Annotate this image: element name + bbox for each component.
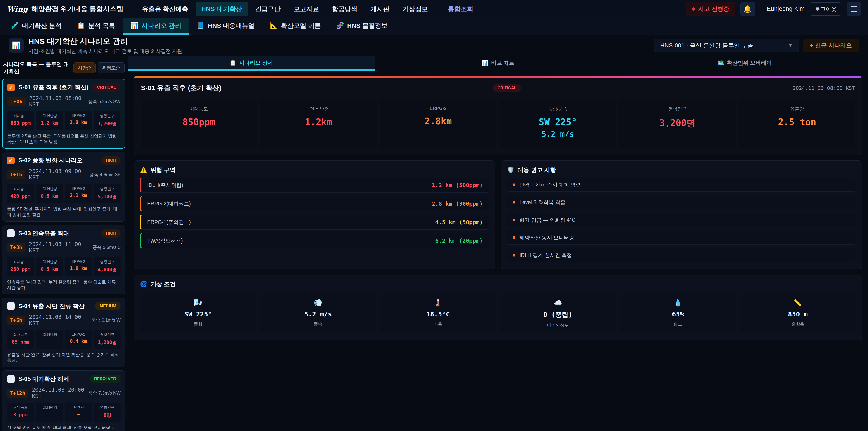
severity-badge: RESOLVED — [90, 375, 121, 383]
nav-item-hns-diffusion[interactable]: HNS·대기확산 — [195, 2, 248, 17]
stat-idlh-radius: IDLH반경 1.2 km — [36, 111, 63, 130]
scenario-checkbox[interactable] — [7, 375, 15, 383]
tab-diffusion-analysis[interactable]: 🧪 대기확산 분석 — [3, 18, 69, 35]
scenario-title: S-05 대기확산 해제 — [18, 375, 69, 383]
incident-status-badge: 사고 진행중 — [686, 2, 735, 16]
weather-panel: 🌀 기상 조건 🌬️ SW 225° 풍향 💨 5.2 m/s 풍속 — [134, 275, 862, 340]
new-scenario-button[interactable]: + 신규 시나리오 — [803, 39, 859, 52]
tab-diffusion-overlay[interactable]: 🗺️ 확산범위 오버레이 — [621, 56, 868, 70]
user-name: Eunjeong Kim — [767, 5, 805, 12]
stat-idlh-radius: IDLH반경 — — [36, 402, 63, 422]
stat-erpg2: ERPG-2 1.8 km — [65, 257, 92, 276]
page-title: HNS 대기확산 시나리오 관리 — [29, 36, 182, 47]
scenario-checkbox[interactable] — [7, 84, 15, 91]
detail-stat-max-concentration: 최대농도 850ppm — [141, 99, 257, 148]
scenario-datetime: 2024.11.03 11:00 KST — [29, 241, 89, 254]
tab-analysis-list[interactable]: 📋 분석 목록 — [69, 18, 123, 35]
severity-badge: MEDIUM — [95, 302, 121, 310]
ruler-icon: 📏 — [740, 299, 856, 307]
page-chart-icon: 📊 — [9, 38, 24, 53]
stat-affected-population: 영향인구 0명 — [94, 402, 121, 422]
nav-item-board[interactable]: 게시판 — [365, 2, 395, 17]
scenario-description: 연속유출 3시간 경과. 누적 유출량 증가. 풍속 감소로 체류 시간 증가. — [7, 279, 121, 291]
nav-item-oil-spill[interactable]: 유출유 확산예측 — [136, 2, 194, 17]
incident-select[interactable]: HNS-001 · 울산 온산항 톨루엔 누출 ▼ — [654, 39, 799, 52]
gradient-accent-bar — [134, 76, 862, 78]
scenario-card-s01[interactable]: S-01 유출 직후 (초기 확산) CRITICAL T+0h 2024.11… — [2, 79, 125, 149]
app-title: 해양환경 위기대응 통합시스템 — [31, 4, 123, 13]
nav-item-weather[interactable]: 기상정보 — [397, 2, 434, 17]
scenario-card-s02[interactable]: S-02 풍향 변화 시나리오 HIGH T+1h 2024.11.03 09:… — [2, 152, 125, 221]
bullet-dot-icon — [513, 254, 515, 256]
scenario-title: S-02 풍향 변화 시나리오 — [18, 156, 83, 164]
tab-comparison-chart[interactable]: 📊 비교 차트 — [375, 56, 621, 70]
scenario-datetime: 2024.11.03 14:00 KST — [29, 314, 88, 327]
scenario-checkbox[interactable] — [7, 302, 15, 310]
clipboard-icon: 📋 — [77, 22, 85, 29]
stat-erpg2: ERPG-2 0.4 km — [65, 330, 92, 349]
sort-by-risk-button[interactable]: 위험도순 — [98, 62, 125, 73]
incident-dot-icon — [692, 7, 695, 11]
droplet-icon: 💧 — [620, 299, 736, 307]
page-subtitle: 시간·조건별 대기확산 예측 시나리오 비교·검토 및 대응 의사결정 지원 — [29, 48, 182, 55]
detail-stat-spill-amount: 유출량 2.5 ton — [739, 99, 855, 148]
stat-affected-population: 영향인구 5,100명 — [94, 184, 121, 203]
detail-stat-affected-population: 영향인구 3,200명 — [619, 99, 735, 148]
scenario-card-s04[interactable]: S-04 유출 차단·잔류 확산 MEDIUM T+6h 2024.11.03 … — [2, 298, 125, 367]
test-tube-icon: 🧪 — [11, 22, 19, 29]
weather-wind-speed: 💨 5.2 m/s 풍속 — [260, 293, 376, 333]
scenario-checkbox[interactable] — [7, 157, 15, 164]
stat-idlh-radius: IDLH반경 0.5 km — [36, 257, 63, 276]
scenario-description: 풍향 SE 전환. 주거지역 방향 확산 확대. 영향인구 증가. 대피 범위 … — [7, 206, 121, 218]
tab-model-theory[interactable]: 📐 확산모델 이론 — [262, 18, 329, 35]
nav-item-integrated-search[interactable]: 통합조회 — [442, 2, 479, 17]
scenario-card-s05[interactable]: S-05 대기확산 해제 RESOLVED T+12h 2024.11.03 2… — [2, 370, 125, 431]
risk-zone-idlh: IDLH(즉시위험) 1.2 km (500ppm) — [140, 178, 489, 192]
triangle-ruler-icon: 📐 — [270, 22, 278, 29]
detail-stat-idlh-radius: IDLH 반경 1.2km — [260, 99, 376, 148]
bullet-dot-icon — [513, 201, 515, 204]
bullet-dot-icon — [513, 183, 515, 186]
menu-button[interactable] — [847, 2, 861, 16]
scenario-checkbox[interactable] — [7, 229, 15, 237]
top-navbar: Wing 해양환경 위기대응 통합시스템 유출유 확산예측 HNS·대기확산 긴… — [0, 0, 868, 18]
risk-zones-panel: ⚠️ 위험 구역 IDLH(즉시위험) 1.2 km (500ppm) ERPG… — [134, 160, 495, 269]
detail-stat-erpg2: ERPG-2 2.8km — [380, 99, 496, 148]
chevron-down-icon: ▼ — [788, 42, 793, 49]
clipboard-icon: 📋 — [229, 60, 236, 66]
logo-wing-icon: Wing — [7, 5, 28, 13]
main-nav: 유출유 확산예측 HNS·대기확산 긴급구난 보고자료 항공탐색 게시판 기상정… — [136, 2, 479, 17]
time-offset-badge: T+0h — [7, 97, 26, 106]
notification-bell-button[interactable]: 🔔 — [740, 2, 755, 16]
stat-idlh-radius: IDLH반경 0.8 km — [36, 184, 63, 203]
logout-button[interactable]: 로그아웃 — [810, 2, 842, 16]
scenario-wind: 풍속 5.2m/s SW — [88, 98, 121, 105]
scenario-detail-card: S-01 유출 직후 (초기 확산) CRITICAL 2024.11.03 0… — [134, 76, 862, 155]
sort-by-time-button[interactable]: 시간순 — [73, 62, 96, 73]
bullet-dot-icon — [513, 219, 515, 221]
navbar-right: 사고 진행중 🔔 Eunjeong Kim 로그아웃 — [686, 2, 861, 16]
divider — [761, 5, 761, 13]
scenario-description: 유출원 차단 완료. 잔류 증기 자연 확산중. 풍속 증가로 희석 촉진. — [7, 352, 121, 363]
divider — [130, 5, 130, 13]
scenario-wind: 풍속 7.3m/s NW — [88, 390, 121, 396]
tab-scenario-detail[interactable]: 📋 시나리오 상세 — [128, 56, 375, 70]
scenario-card-s03[interactable]: S-03 연속유출 확대 HIGH T+3h 2024.11.03 11:00 … — [2, 225, 125, 295]
nav-item-reports[interactable]: 보고자료 — [288, 2, 325, 17]
tab-hns-manual[interactable]: 📘 HNS 대응매뉴얼 — [189, 18, 262, 35]
recommendations-panel: 🛡️ 대응 권고 사항 반경 1.2km 즉시 대피 명령 Level B 화학… — [501, 160, 862, 269]
incident-status-label: 사고 진행중 — [698, 5, 729, 13]
nav-item-rescue[interactable]: 긴급구난 — [249, 2, 286, 17]
detail-stat-wind: 풍향/풍속 SW 225° 5.2 m/s — [500, 99, 616, 148]
stat-max-concentration: 최대농도 280 ppm — [7, 257, 34, 276]
tab-hns-substance-info[interactable]: 🧬 HNS 물질정보 — [329, 18, 395, 35]
cloud-icon: ☁️ — [500, 299, 616, 307]
scenario-title: S-04 유출 차단·잔류 확산 — [18, 302, 85, 310]
scenario-wind: 풍속 6.1m/s W — [91, 317, 121, 323]
weather-temperature: 🌡️ 18.5°C 기온 — [380, 293, 496, 333]
risk-zone-erpg2: ERPG-2(대피권고) 2.8 km (300ppm) — [140, 196, 489, 211]
tab-scenario-management[interactable]: 📊 시나리오 관리 — [123, 18, 189, 35]
time-offset-badge: T+3h — [7, 243, 25, 252]
thermometer-icon: 🌡️ — [380, 299, 496, 307]
nav-item-air-search[interactable]: 항공탐색 — [326, 2, 363, 17]
